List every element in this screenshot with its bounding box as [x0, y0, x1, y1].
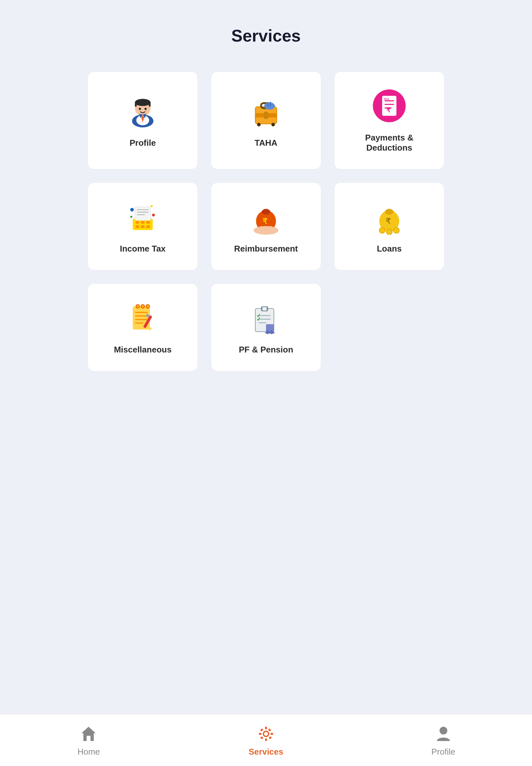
- svg-rect-51: [270, 226, 272, 233]
- svg-point-92: [440, 727, 447, 735]
- svg-text:TAX: TAX: [383, 97, 389, 101]
- svg-rect-89: [269, 736, 272, 739]
- svg-text:₹: ₹: [386, 106, 391, 114]
- svg-text:₹: ₹: [262, 217, 268, 225]
- bottom-navigation: Home Services: [0, 714, 532, 766]
- loans-icon: ₹: [371, 199, 407, 235]
- profile-nav-icon: [434, 724, 453, 744]
- svg-rect-79: [266, 324, 274, 327]
- svg-rect-36: [135, 207, 151, 220]
- nav-item-services[interactable]: Services: [177, 724, 355, 757]
- svg-point-67: [146, 304, 150, 308]
- svg-point-66: [141, 304, 145, 308]
- svg-rect-49: [255, 227, 258, 233]
- svg-point-57: [379, 227, 385, 233]
- payments-label: Payments & Deductions: [344, 133, 434, 153]
- svg-point-59: [393, 227, 399, 233]
- svg-rect-85: [265, 738, 267, 741]
- loans-label: Loans: [377, 244, 402, 254]
- svg-rect-15: [264, 112, 268, 119]
- reimbursement-label: Reimbursement: [234, 244, 298, 254]
- svg-rect-32: [146, 221, 150, 224]
- svg-rect-31: [141, 221, 145, 224]
- pf-pension-icon: [248, 300, 284, 335]
- svg-rect-87: [271, 733, 273, 735]
- profile-nav-label: Profile: [431, 747, 455, 757]
- svg-point-83: [264, 732, 268, 736]
- svg-rect-46: [264, 209, 268, 213]
- services-icon: [256, 724, 276, 744]
- svg-rect-55: [387, 209, 391, 213]
- nav-item-home[interactable]: Home: [0, 724, 177, 757]
- page-content: Services: [0, 0, 532, 714]
- svg-rect-20: [270, 102, 271, 106]
- svg-rect-33: [136, 225, 139, 228]
- reimbursement-icon: ₹: [248, 199, 284, 235]
- pf-pension-label: PF & Pension: [239, 345, 293, 355]
- svg-rect-60: [133, 306, 150, 330]
- svg-rect-5: [135, 102, 137, 106]
- services-nav-label: Services: [249, 747, 284, 757]
- taha-label: TAHA: [255, 138, 277, 148]
- miscellaneous-label: Miscellaneous: [114, 345, 172, 355]
- page-title: Services: [19, 26, 513, 45]
- profile-label: Profile: [130, 138, 156, 148]
- svg-rect-50: [260, 226, 262, 233]
- svg-rect-6: [149, 102, 151, 106]
- svg-point-40: [130, 208, 134, 212]
- miscellaneous-icon: [125, 300, 161, 335]
- svg-rect-52: [274, 227, 277, 232]
- svg-rect-84: [265, 727, 267, 729]
- profile-icon: [125, 93, 161, 129]
- service-card-payments[interactable]: TAX ₹ Payments & Deductions: [334, 71, 444, 169]
- svg-point-4: [135, 99, 151, 106]
- svg-point-17: [272, 123, 275, 126]
- service-card-pf-pension[interactable]: PF & Pension: [211, 283, 321, 371]
- payments-icon: TAX ₹: [371, 88, 407, 124]
- income-tax-icon: TAX: [125, 199, 161, 235]
- svg-rect-30: [136, 221, 139, 224]
- svg-rect-91: [260, 736, 263, 739]
- home-nav-label: Home: [78, 747, 100, 757]
- home-icon: [79, 724, 98, 744]
- services-grid: Profile: [88, 71, 444, 371]
- svg-point-8: [145, 108, 147, 110]
- svg-rect-86: [259, 733, 261, 735]
- nav-item-profile[interactable]: Profile: [355, 724, 532, 757]
- service-card-miscellaneous[interactable]: Miscellaneous: [88, 283, 198, 371]
- service-card-income-tax[interactable]: TAX: [88, 182, 198, 270]
- svg-rect-88: [260, 728, 263, 732]
- svg-point-41: [152, 213, 155, 216]
- income-tax-label: Income Tax: [120, 244, 165, 254]
- service-card-taha[interactable]: TAHA: [211, 71, 321, 169]
- svg-rect-35: [146, 225, 150, 228]
- svg-point-43: [130, 216, 133, 218]
- svg-rect-90: [268, 728, 271, 732]
- svg-rect-74: [262, 307, 267, 310]
- svg-rect-34: [141, 225, 145, 228]
- taha-icon: [248, 93, 284, 129]
- svg-rect-19: [267, 102, 268, 106]
- service-card-reimbursement[interactable]: ₹ Reimbursement: [211, 182, 321, 270]
- svg-point-58: [386, 229, 392, 235]
- svg-point-65: [136, 304, 139, 308]
- service-card-loans[interactable]: ₹ Loans: [334, 182, 444, 270]
- svg-text:₹: ₹: [386, 217, 391, 225]
- svg-point-42: [151, 205, 153, 207]
- svg-rect-82: [265, 332, 275, 333]
- svg-point-16: [257, 123, 261, 126]
- service-card-profile[interactable]: Profile: [88, 71, 198, 169]
- svg-point-7: [139, 108, 141, 110]
